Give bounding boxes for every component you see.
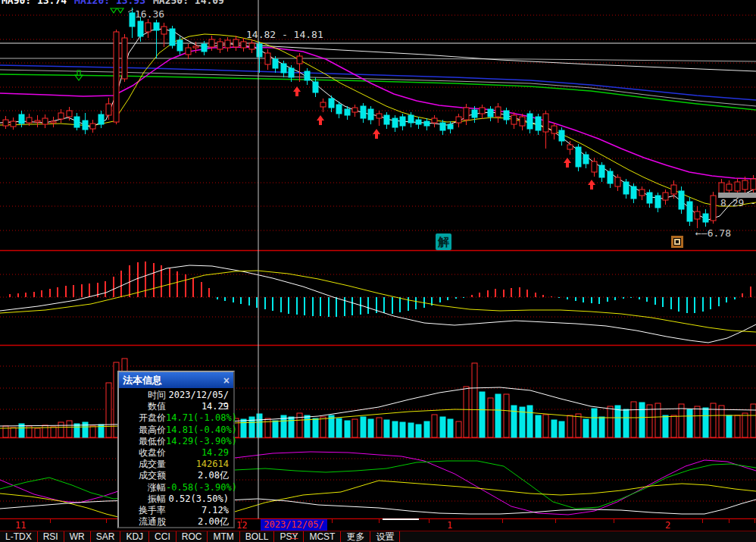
timeline-tick [614, 519, 614, 523]
info-row: 最低价14.29(-3.90%) [119, 436, 233, 447]
info-row-value: 142614 [166, 459, 233, 470]
toolbar-item-roc[interactable]: ROC [177, 531, 208, 542]
info-row-value: 14.29 [166, 447, 233, 459]
crosshair-price-label: 14.82 - 14.81 [246, 29, 323, 40]
toolbar-item-l-tdx[interactable]: L-TDX [0, 531, 38, 542]
selected-date-badge: 2023/12/05/二 [261, 519, 327, 531]
toolbar-item-mcst[interactable]: MCST [304, 531, 341, 542]
toolbar-item-sar[interactable]: SAR [91, 531, 121, 542]
info-row-label: 最低价 [119, 436, 166, 447]
stock-trading-terminal: MA90: 13.74MA120: 13.93MA250: 14.09 16.3… [0, 0, 756, 542]
info-row: 开盘价14.71(-1.08%) [119, 412, 233, 424]
timeline-tick [379, 519, 380, 523]
info-row: 涨幅-0.58(-3.90%) [119, 482, 233, 493]
lower-indicator-layer [0, 452, 756, 520]
ma-indicator-labels: MA90: 13.74MA120: 13.93MA250: 14.09 [2, 0, 232, 6]
info-row-label: 成交额 [119, 470, 166, 481]
timeline-tick [332, 519, 333, 523]
timeline-tick [502, 519, 503, 523]
info-panel-titlebar[interactable]: 法本信息 × [119, 372, 233, 388]
right-price-label: 8.29 - 8. [720, 197, 756, 208]
info-row: 时间2023/12/05/二 [119, 390, 233, 401]
return-icon[interactable] [671, 236, 683, 248]
info-row-value: -0.58(-3.90%) [166, 482, 242, 493]
timeline-month-label: 1 [447, 520, 452, 531]
timeline-month-label: 12 [236, 520, 247, 531]
info-row-label: 收盘价 [119, 447, 166, 459]
info-row-label: 流通股 [119, 516, 166, 528]
indicator-toolbar: L-TDXRSIWRSARKDJCCIROCMTMBOLLPSYMCST更多设置 [0, 531, 756, 542]
info-row-label: 成交量 [119, 459, 166, 470]
info-row-value: 14.29(-3.90%) [166, 436, 242, 447]
toolbar-item-mtm[interactable]: MTM [208, 531, 239, 542]
info-panel-title: 法本信息 [123, 374, 162, 387]
toolbar-item-wr[interactable]: WR [64, 531, 91, 542]
info-row-label: 换手率 [119, 505, 166, 516]
info-row: 最高价14.81(-0.40%) [119, 425, 233, 436]
stock-info-panel[interactable]: 法本信息 × 时间2023/12/05/二数值14.29开盘价14.71(-1.… [117, 371, 235, 528]
ma-label: MA120: 13.93 [74, 0, 145, 6]
info-row-label: 数值 [119, 401, 166, 412]
info-row-label: 时间 [119, 390, 166, 401]
peak-price-label: 16.36 [135, 8, 164, 20]
info-row-label: 涨幅 [119, 482, 166, 493]
toolbar-item-kdj[interactable]: KDJ [120, 531, 149, 542]
info-panel-rows: 时间2023/12/05/二数值14.29开盘价14.71(-1.08%)最高价… [119, 388, 233, 528]
timeline-tick [729, 519, 729, 523]
timeline-month-label: 11 [15, 520, 26, 531]
info-row-value: 14.29 [166, 401, 233, 412]
macd-layer [0, 262, 756, 343]
info-row: 数值14.29 [119, 401, 233, 412]
ma-label: MA90: 13.74 [2, 0, 67, 6]
info-row-value: 2023/12/05/二 [166, 390, 233, 401]
low-price-label: ←—6.78 [695, 227, 731, 239]
toolbar-item-更多[interactable]: 更多 [341, 531, 370, 542]
timeline-tick [754, 519, 755, 523]
kline-chart[interactable] [0, 0, 756, 542]
timeline-tick [106, 519, 107, 523]
info-row: 流通股2.00亿 [119, 516, 233, 528]
close-icon[interactable]: × [223, 374, 230, 387]
toolbar-item-boll[interactable]: BOLL [240, 531, 275, 542]
info-row: 振幅0.52(3.50%) [119, 493, 233, 505]
info-row-value: 0.52(3.50%) [166, 493, 233, 505]
info-row-label: 最高价 [119, 425, 166, 436]
toolbar-item-设置[interactable]: 设置 [370, 531, 400, 542]
candlestick-layer [3, 8, 756, 228]
info-row-value: 2.08亿 [166, 470, 233, 481]
toolbar-item-rsi[interactable]: RSI [38, 531, 64, 542]
info-row: 成交量142614 [119, 459, 233, 470]
timeline-tick [555, 519, 556, 523]
info-row-value: 7.12% [166, 505, 233, 516]
info-row-value: 2.00亿 [166, 516, 233, 528]
info-row: 收盘价14.29 [119, 447, 233, 459]
info-row-value: 14.71(-1.08%) [166, 412, 242, 424]
info-row: 换手率7.12% [119, 505, 233, 516]
timeline-tick [429, 519, 430, 523]
timeline-axis[interactable]: 1112122023/12/05/二 [0, 519, 756, 531]
volume-layer [0, 359, 756, 437]
timeline-month-label: 2 [665, 520, 670, 531]
info-row: 成交额2.08亿 [119, 470, 233, 481]
return-icon-inner [674, 239, 680, 245]
unlock-badge[interactable]: 解 [436, 233, 451, 250]
ma-label: MA250: 14.09 [153, 0, 224, 6]
timeline-tick [702, 519, 703, 523]
timeline-tick [50, 519, 51, 523]
toolbar-item-cci[interactable]: CCI [149, 531, 177, 542]
markers-layer [75, 8, 756, 198]
info-row-label: 振幅 [119, 493, 166, 505]
info-row-value: 14.81(-0.40%) [166, 425, 242, 436]
scroll-indicator[interactable] [383, 519, 419, 520]
info-row-label: 开盘价 [119, 412, 166, 424]
